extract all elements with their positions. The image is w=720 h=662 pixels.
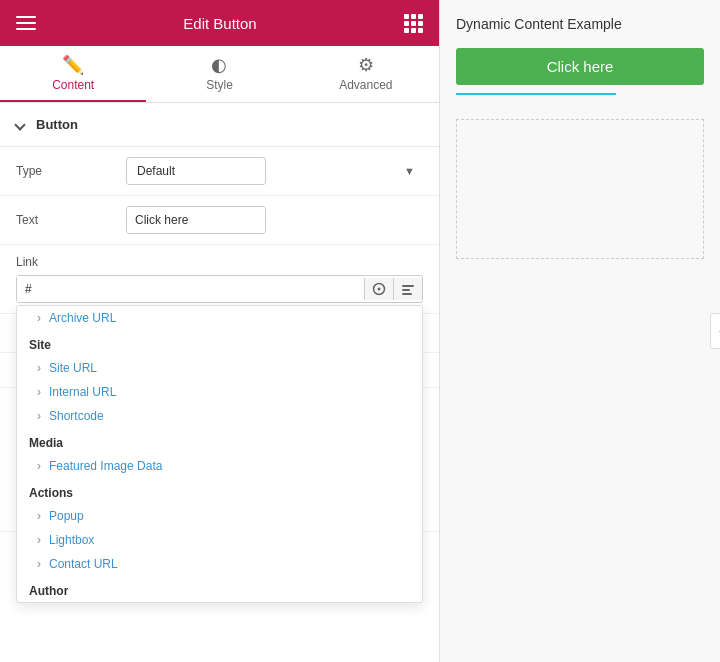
dropdown-group-site: Site: [17, 330, 422, 356]
hamburger-menu-icon[interactable]: [16, 16, 36, 30]
link-input[interactable]: [17, 276, 364, 302]
svg-rect-7: [402, 293, 412, 295]
dropdown-group-author: Author: [17, 576, 422, 602]
dashed-preview-area: [456, 119, 704, 259]
editor-title: Edit Button: [36, 15, 404, 32]
text-input[interactable]: [127, 207, 266, 233]
link-dynamic-btn[interactable]: [393, 278, 422, 300]
text-label: Text: [16, 213, 126, 227]
link-row: Link: [0, 245, 439, 314]
svg-point-4: [378, 288, 381, 291]
preview-click-here-button[interactable]: Click here: [456, 48, 704, 85]
type-select-wrapper: Default Primary Info Success ▼: [126, 157, 423, 185]
advanced-tab-icon: ⚙: [358, 56, 374, 74]
collapse-panel-btn[interactable]: ‹: [710, 313, 720, 349]
button-section-header: Button: [0, 103, 439, 147]
dropdown-item-lightbox[interactable]: Lightbox: [17, 528, 422, 552]
dropdown-item-popup[interactable]: Popup: [17, 504, 422, 528]
svg-rect-6: [402, 289, 410, 291]
tab-style-label: Style: [206, 78, 233, 92]
tab-content[interactable]: ✏️ Content: [0, 46, 146, 102]
text-input-group: [126, 206, 266, 234]
link-settings-btn[interactable]: [364, 278, 393, 300]
left-panel: Edit Button ✏️ Content ◐ Style ⚙ Advance…: [0, 0, 440, 662]
link-input-group: [16, 275, 423, 303]
teal-underline-decoration: [456, 93, 616, 95]
tab-content-label: Content: [52, 78, 94, 92]
tab-advanced-label: Advanced: [339, 78, 392, 92]
editor-header: Edit Button: [0, 0, 439, 46]
right-panel-title: Dynamic Content Example: [456, 16, 704, 32]
content-tab-icon: ✏️: [62, 56, 84, 74]
type-row: Type Default Primary Info Success ▼: [0, 147, 439, 196]
style-tab-icon: ◐: [211, 56, 227, 74]
dropdown-item-internal-url[interactable]: Internal URL: [17, 380, 422, 404]
dropdown-group-media: Media: [17, 428, 422, 454]
editor-tabs: ✏️ Content ◐ Style ⚙ Advanced: [0, 46, 439, 103]
tab-advanced[interactable]: ⚙ Advanced: [293, 46, 439, 102]
svg-rect-5: [402, 285, 414, 287]
text-row: Text: [0, 196, 439, 245]
section-label: Button: [36, 117, 78, 132]
link-input-wrapper: Archive URL Site Site URL Internal URL S…: [16, 275, 423, 303]
dropdown-item-archive-url[interactable]: Archive URL: [17, 306, 422, 330]
dropdown-item-contact-url[interactable]: Contact URL: [17, 552, 422, 576]
right-panel: Dynamic Content Example Click here ‹: [440, 0, 720, 662]
select-arrow-icon: ▼: [404, 165, 415, 177]
dropdown-item-featured-image[interactable]: Featured Image Data: [17, 454, 422, 478]
type-label: Type: [16, 164, 126, 178]
link-label: Link: [16, 255, 126, 269]
text-control: [126, 206, 423, 234]
dropdown-item-site-url[interactable]: Site URL: [17, 356, 422, 380]
tab-style[interactable]: ◐ Style: [146, 46, 292, 102]
type-control: Default Primary Info Success ▼: [126, 157, 423, 185]
panel-content: Button Type Default Primary Info Success…: [0, 103, 439, 662]
dropdown-item-shortcode[interactable]: Shortcode: [17, 404, 422, 428]
type-select[interactable]: Default Primary Info Success: [126, 157, 266, 185]
apps-grid-icon[interactable]: [404, 14, 423, 33]
link-dropdown-menu: Archive URL Site Site URL Internal URL S…: [16, 305, 423, 603]
dropdown-group-actions: Actions: [17, 478, 422, 504]
section-collapse-icon[interactable]: [14, 119, 25, 130]
